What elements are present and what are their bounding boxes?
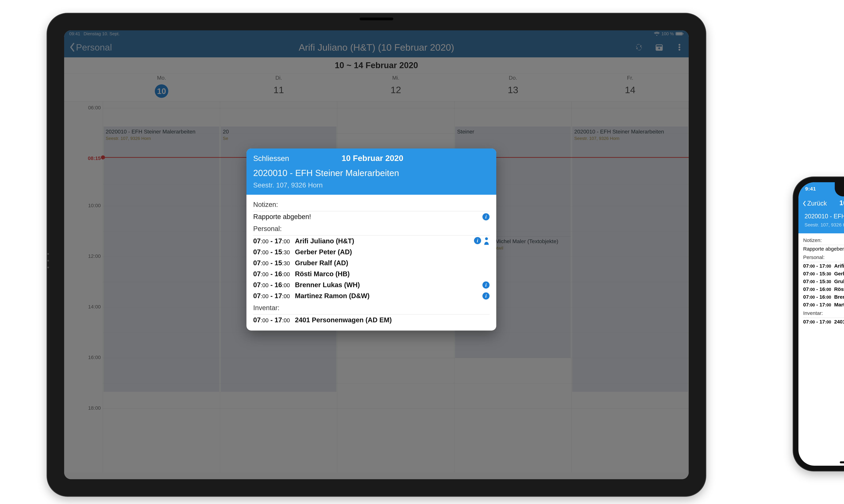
list-item[interactable]: 07:00 - 16:00Rösti Marco (HB) <box>803 285 844 293</box>
entry-name: Martinez Ramon (D&W) <box>834 302 844 308</box>
list-item[interactable]: 07:00 - 17:00Martinez Ramon (D&W)i <box>803 301 844 309</box>
entry-name: Brenner Lukas (WH) <box>834 294 844 300</box>
time-range: 07:00 - 15:30 <box>253 259 290 267</box>
entry-name: 2401 Personenwagen (AD EM) <box>834 319 844 325</box>
ipad-side-connector <box>47 253 49 268</box>
note-row: Rapporte abgeben! i <box>803 245 844 253</box>
time-range: 07:00 - 15:30 <box>803 278 831 284</box>
entry-name: Gruber Ralf (AD) <box>295 259 348 267</box>
ipad-camera-housing <box>359 18 393 20</box>
section-notes-label: Notizen: <box>253 198 490 211</box>
note-text: Rapporte abgeben! <box>253 213 311 220</box>
list-item[interactable]: 07:00 - 17:002401 Personenwagen (AD EM) <box>253 314 490 325</box>
person-icon[interactable] <box>483 237 490 245</box>
list-item[interactable]: 07:00 - 16:00Brenner Lukas (WH)i <box>803 293 844 301</box>
time-range: 07:00 - 16:00 <box>253 281 290 289</box>
time-range: 07:00 - 16:00 <box>253 270 290 278</box>
note-row: Rapporte abgeben! i <box>253 211 490 222</box>
list-item[interactable]: 07:00 - 17:002401 Personenwagen (AD EM) <box>803 318 844 326</box>
entry-name: Gerber Peter (AD) <box>295 248 352 256</box>
popover-address: Seestr. 107, 9326 Horn <box>253 181 490 189</box>
home-indicator[interactable] <box>840 461 844 463</box>
svg-point-9 <box>485 237 488 240</box>
iphone-device-frame: 9:41 Zurück 10 Februar 2020 <box>793 177 844 471</box>
list-item[interactable]: 07:00 - 16:00Rösti Marco (HB) <box>253 268 490 280</box>
entry-name: 2401 Personenwagen (AD EM) <box>295 316 392 324</box>
info-icon[interactable]: i <box>482 292 490 300</box>
section-inventory-label: Inventar: <box>253 301 490 314</box>
phone-body: Notizen: Rapporte abgeben! i Personal: 0… <box>798 233 844 328</box>
list-item[interactable]: 07:00 - 17:00Martinez Ramon (D&W)i <box>253 290 490 301</box>
list-item[interactable]: 07:00 - 15:30Gruber Ralf (AD) <box>803 277 844 285</box>
list-item[interactable]: 07:00 - 17:00Arifi Juliano (H&T)i <box>253 235 490 247</box>
time-range: 07:00 - 15:30 <box>253 248 290 256</box>
popover-project-title: 2020010 - EFH Steiner Malerarbeiten <box>253 168 490 178</box>
close-button[interactable]: Schliessen <box>253 154 289 163</box>
section-notes-label: Notizen: <box>803 236 844 245</box>
list-item[interactable]: 07:00 - 15:30Gruber Ralf (AD) <box>253 257 490 268</box>
time-range: 07:00 - 17:00 <box>253 237 290 245</box>
popover-header: Schliessen 10 Februar 2020 2020010 - EFH… <box>246 148 496 195</box>
time-range: 07:00 - 17:00 <box>803 263 831 269</box>
entry-name: Gruber Ralf (AD) <box>834 278 844 284</box>
event-detail-popover: Schliessen 10 Februar 2020 2020010 - EFH… <box>246 148 496 330</box>
back-label: Zurück <box>807 200 827 207</box>
entry-name: Gerber Peter (AD) <box>834 271 844 276</box>
info-icon[interactable]: i <box>482 213 490 220</box>
list-item[interactable]: 07:00 - 15:30Gerber Peter (AD) <box>803 270 844 277</box>
entry-name: Brenner Lukas (WH) <box>295 281 360 289</box>
info-icon[interactable]: i <box>474 237 481 244</box>
time-range: 07:00 - 16:00 <box>803 294 831 300</box>
list-item[interactable]: 07:00 - 16:00Brenner Lukas (WH)i <box>253 280 490 290</box>
note-text: Rapporte abgeben! <box>803 246 844 252</box>
popover-date: 10 Februar 2020 <box>289 154 456 163</box>
popover-body: Notizen: Rapporte abgeben! i Personal: 0… <box>246 195 496 330</box>
list-item[interactable]: 07:00 - 15:30Gerber Peter (AD) <box>253 247 490 257</box>
iphone-screen: 9:41 Zurück 10 Februar 2020 <box>798 182 844 466</box>
entry-name: Arifi Juliano (H&T) <box>834 263 844 269</box>
back-button[interactable]: Zurück <box>803 200 827 207</box>
time-range: 07:00 - 17:00 <box>253 292 290 300</box>
entry-name: Martinez Ramon (D&W) <box>295 292 369 300</box>
section-inventory-label: Inventar: <box>803 309 844 318</box>
time-range: 07:00 - 17:00 <box>803 319 831 325</box>
phone-address: Seestr. 107, 9326 Horn <box>805 222 844 228</box>
phone-project-title: 2020010 - EFH Steiner Malerarbeiten <box>805 213 844 220</box>
time-range: 07:00 - 16:00 <box>803 286 831 292</box>
time-range: 07:00 - 17:00 <box>803 302 831 308</box>
time-range: 07:00 - 17:00 <box>253 316 290 324</box>
section-personal-label: Personal: <box>253 222 490 235</box>
entry-name: Rösti Marco (HB) <box>295 270 350 278</box>
ipad-screen: 09:41 Dienstag 10. Sept. 100 % <box>64 30 689 479</box>
entry-name: Arifi Juliano (H&T) <box>295 237 354 245</box>
time-range: 07:00 - 15:30 <box>803 271 831 276</box>
ipad-device-frame: 09:41 Dienstag 10. Sept. 100 % <box>47 14 706 496</box>
status-time: 9:41 <box>805 186 816 192</box>
section-personal-label: Personal: <box>803 253 844 262</box>
info-icon[interactable]: i <box>482 282 490 289</box>
list-item[interactable]: 07:00 - 17:00Arifi Juliano (H&T)i <box>803 262 844 270</box>
entry-name: Rösti Marco (HB) <box>834 286 844 292</box>
